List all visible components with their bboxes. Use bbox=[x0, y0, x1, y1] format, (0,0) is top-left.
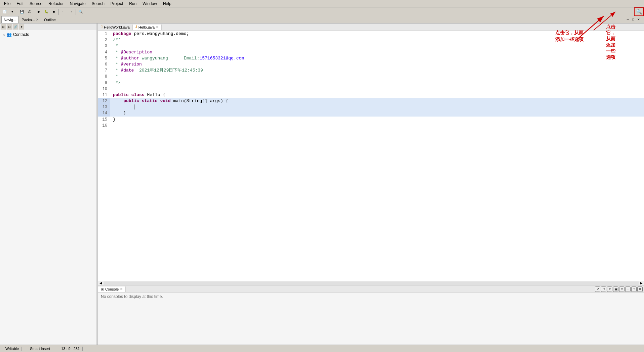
code-editor[interactable]: 1 package pers.wangyuhang.demo; 2 /** 3 … bbox=[98, 31, 644, 281]
toolbar-run[interactable]: ▶ bbox=[36, 8, 42, 15]
sidebar-toolbar: ⊞ ⊟ 🔗 ▾ bbox=[0, 24, 96, 30]
line-num-2: 2 bbox=[98, 37, 110, 43]
editor-tab-helloworld[interactable]: J HelloWorld.java bbox=[98, 25, 133, 30]
panel-close-btn[interactable]: ✕ bbox=[636, 17, 641, 22]
sidebar-link-btn[interactable]: 🔗 bbox=[13, 24, 18, 30]
toolbar-debug[interactable]: 🐛 bbox=[43, 8, 50, 15]
code-line-2: 2 /** bbox=[98, 37, 644, 43]
console-tool-btn-5[interactable]: ▾ bbox=[619, 287, 625, 292]
scroll-track[interactable] bbox=[104, 281, 639, 285]
line-content-16 bbox=[110, 123, 644, 129]
toolbar-stop[interactable]: ■ bbox=[50, 8, 57, 15]
hello-tab-close[interactable]: ✕ bbox=[156, 25, 159, 29]
tab-packages[interactable]: Packa... ✕ bbox=[19, 16, 41, 23]
tab-controls: ─ □ ✕ bbox=[59, 16, 643, 23]
console-tool-btn-3[interactable]: ▾ bbox=[607, 287, 612, 292]
line-num-12: 12 bbox=[98, 98, 110, 104]
tree-item-contacts[interactable]: ▷ 👥 Contacts bbox=[1, 32, 95, 38]
hello-tab-label: Hello.java bbox=[138, 25, 155, 29]
bottom-panel: ▣ Console ✕ ↗ □ ▾ ▣ ▾ ─ □ ✕ bbox=[98, 285, 644, 352]
line-content-8: * bbox=[110, 74, 644, 80]
line-content-10 bbox=[110, 86, 644, 92]
code-line-1: 1 package pers.wangyuhang.demo; bbox=[98, 31, 644, 37]
console-tool-btn-1[interactable]: ↗ bbox=[595, 287, 600, 292]
line-content-1: package pers.wangyuhang.demo; bbox=[110, 31, 644, 37]
line-num-11: 11 bbox=[98, 92, 110, 98]
menu-source[interactable]: Source bbox=[27, 1, 45, 7]
toolbar-back[interactable]: ← bbox=[60, 8, 67, 15]
line-num-7: 7 bbox=[98, 68, 110, 74]
console-tab-close[interactable]: ✕ bbox=[120, 287, 123, 291]
toolbar-search-code[interactable]: 🔍 bbox=[77, 8, 84, 15]
tab-outline[interactable]: Outline bbox=[42, 16, 58, 23]
editor-area: J HelloWorld.java J Hello.java ✕ 1 packa… bbox=[98, 24, 644, 352]
toolbar-sep-1 bbox=[17, 9, 17, 15]
toolbar-new[interactable]: 📄 bbox=[1, 8, 8, 15]
sidebar-content: ▷ 👥 Contacts bbox=[0, 30, 96, 352]
panel-max-btn[interactable]: □ bbox=[631, 17, 636, 22]
menu-project[interactable]: Project bbox=[108, 1, 126, 7]
console-tab[interactable]: ▣ Console ✕ bbox=[98, 287, 126, 292]
line-num-6: 6 bbox=[98, 61, 110, 68]
line-content-13 bbox=[110, 104, 644, 110]
console-tool-btn-2[interactable]: □ bbox=[601, 287, 606, 292]
console-tool-btn-4[interactable]: ▣ bbox=[613, 287, 618, 292]
code-line-13: 13 bbox=[98, 104, 644, 110]
console-close-btn[interactable]: ✕ bbox=[637, 287, 643, 292]
code-line-4: 4 * @Description bbox=[98, 49, 644, 55]
console-message: No consoles to display at this time. bbox=[101, 294, 163, 299]
editor-tabs: J HelloWorld.java J Hello.java ✕ bbox=[98, 24, 644, 31]
code-line-3: 3 * bbox=[98, 43, 644, 49]
scroll-right-arrow[interactable]: ▶ bbox=[639, 281, 644, 285]
line-num-5: 5 bbox=[98, 55, 110, 61]
toolbar-sep-3 bbox=[58, 9, 59, 15]
toolbar-forward[interactable]: → bbox=[68, 8, 74, 15]
line-num-4: 4 bbox=[98, 49, 110, 55]
toolbar-print[interactable]: 🖨 bbox=[26, 8, 33, 15]
menu-bar: File Edit Source Refactor Navigate Searc… bbox=[0, 0, 644, 7]
editor-horizontal-scrollbar[interactable]: ◀ ▶ bbox=[98, 281, 644, 285]
code-line-5: 5 * @author wangyuhang Email:1571653321@… bbox=[98, 55, 644, 61]
line-content-7: * @date 2021年12月29日下午12:45:39 bbox=[110, 68, 644, 74]
console-max-btn[interactable]: □ bbox=[631, 287, 637, 292]
line-content-11: public class Hello { bbox=[110, 92, 644, 98]
sidebar-filter-btn[interactable]: ▾ bbox=[19, 24, 24, 30]
toolbar-sep-4 bbox=[76, 9, 76, 15]
code-line-14: 14 } bbox=[98, 110, 644, 116]
panel-min-btn[interactable]: ─ bbox=[625, 17, 631, 22]
status-writable: Writable bbox=[3, 347, 22, 351]
line-content-15: } bbox=[110, 117, 644, 123]
contacts-label: Contacts bbox=[13, 32, 29, 37]
console-min-btn[interactable]: ─ bbox=[625, 287, 631, 292]
editor-tab-hello[interactable]: J Hello.java ✕ bbox=[133, 25, 162, 30]
toolbar-dropdown[interactable]: ▾ bbox=[9, 8, 15, 15]
line-num-1: 1 bbox=[98, 31, 110, 37]
code-line-6: 6 * @version bbox=[98, 61, 644, 68]
search-button-topright[interactable]: 🔍 bbox=[634, 7, 644, 16]
line-num-8: 8 bbox=[98, 74, 110, 80]
sidebar-expand-btn[interactable]: ⊟ bbox=[7, 24, 12, 30]
line-content-2: /** bbox=[110, 37, 644, 43]
scroll-left-arrow[interactable]: ◀ bbox=[98, 281, 104, 285]
menu-file[interactable]: File bbox=[1, 1, 13, 7]
code-line-11: 11 public class Hello { bbox=[98, 92, 644, 98]
line-num-16: 16 bbox=[98, 123, 110, 129]
sidebar-collapse-btn[interactable]: ⊞ bbox=[1, 24, 6, 30]
menu-edit[interactable]: Edit bbox=[14, 1, 26, 7]
helloworld-tab-label: HelloWorld.java bbox=[104, 25, 130, 29]
menu-search[interactable]: Search bbox=[89, 1, 107, 7]
toolbar-save[interactable]: 💾 bbox=[18, 8, 25, 15]
tab-packages-close[interactable]: ✕ bbox=[36, 18, 39, 21]
menu-help[interactable]: Help bbox=[160, 1, 174, 7]
menu-window[interactable]: Window bbox=[140, 1, 160, 7]
line-content-3: * bbox=[110, 43, 644, 49]
menu-navigate[interactable]: Navigate bbox=[67, 1, 88, 7]
code-line-16: 16 bbox=[98, 123, 644, 129]
line-num-3: 3 bbox=[98, 43, 110, 49]
menu-refactor[interactable]: Refactor bbox=[46, 1, 66, 7]
code-line-12: 12 public static void main(String[] args… bbox=[98, 98, 644, 104]
menu-run[interactable]: Run bbox=[126, 1, 139, 7]
line-content-6: * @version bbox=[110, 61, 644, 68]
console-toolbar: ↗ □ ▾ ▣ ▾ ─ □ ✕ bbox=[594, 286, 644, 293]
tab-navigator[interactable]: Navig... bbox=[1, 16, 18, 23]
